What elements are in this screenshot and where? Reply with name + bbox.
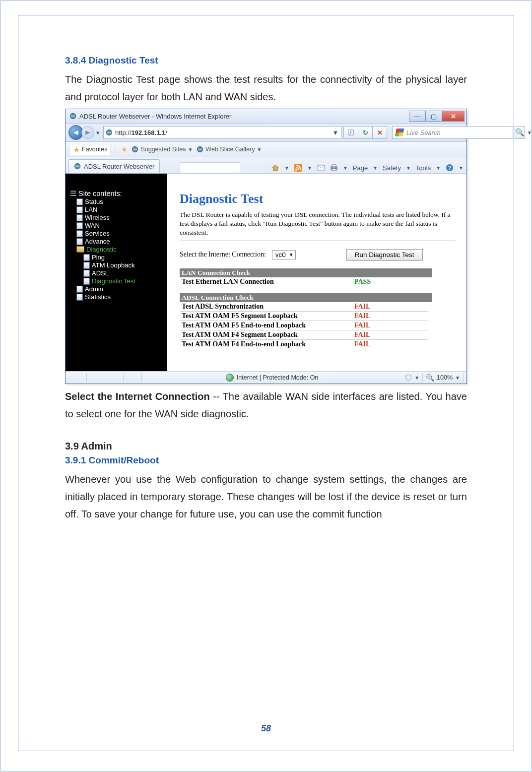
nav-services[interactable]: Services: [76, 230, 164, 237]
separator: [116, 144, 116, 154]
adsl-check-header: ADSL Connection Check: [180, 293, 432, 302]
protected-mode-segment[interactable]: ▼: [402, 373, 423, 382]
menu-safety[interactable]: Safety: [383, 164, 401, 172]
nav-ping[interactable]: Ping: [83, 254, 164, 261]
nav-label: Services: [85, 230, 110, 237]
chevron-down-icon[interactable]: ▼: [307, 165, 312, 171]
result-row: Test Ethernet LAN ConnectionPASS: [180, 277, 428, 286]
svg-point-7: [295, 169, 297, 171]
find-box[interactable]: [180, 162, 240, 173]
home-icon[interactable]: [271, 164, 279, 172]
minimize-button[interactable]: —: [409, 111, 426, 122]
adsl-result-table: Test ADSL SynchronizationFAILTest ATM OA…: [180, 302, 428, 349]
web-slice-label: Web Slice Gallery: [205, 146, 255, 153]
lan-result-table: Test Ethernet LAN ConnectionPASS: [180, 277, 428, 286]
divider: [180, 241, 456, 241]
print-icon[interactable]: [330, 164, 338, 172]
suggested-sites-link[interactable]: Suggested Sites ▼: [132, 146, 193, 153]
feeds-icon[interactable]: [294, 164, 302, 172]
chevron-down-icon[interactable]: ▼: [406, 165, 411, 171]
chevron-down-icon: ▼: [188, 147, 193, 152]
chevron-down-icon[interactable]: ▼: [373, 165, 378, 171]
zoom-value: 100%: [437, 374, 453, 381]
menu-page[interactable]: Page: [353, 164, 368, 172]
shield-icon: [405, 374, 412, 381]
nav-advance[interactable]: Advance: [76, 238, 164, 245]
nav-status[interactable]: Status: [76, 198, 164, 205]
nav-lan[interactable]: LAN: [76, 206, 164, 213]
result-row: Test ATM OAM F4 End-to-end LoopbackFAIL: [180, 339, 428, 349]
nav-adsl[interactable]: ADSL: [83, 269, 164, 277]
ie-window: ADSL Router Webserver - Windows Internet…: [65, 109, 467, 384]
nav-diagnostic-test[interactable]: Diagnostic Test: [83, 277, 164, 285]
chevron-down-icon: ▼: [455, 375, 460, 381]
favorites-button[interactable]: ★ Favorites: [69, 144, 111, 155]
router-page-title: Diagnostic Test: [180, 192, 456, 206]
run-diagnostic-button[interactable]: Run Diagnostic Test: [346, 249, 423, 260]
nav-history-dropdown[interactable]: ▾: [94, 128, 101, 137]
nav-admin[interactable]: Admin: [76, 285, 164, 293]
menu-tools[interactable]: Tools: [416, 164, 431, 172]
zoom-control[interactable]: 🔍 100% ▼: [423, 373, 464, 382]
search-provider-dropdown[interactable]: ▼: [527, 130, 532, 135]
forward-button[interactable]: ►: [81, 126, 94, 139]
help-icon[interactable]: ?: [446, 164, 454, 172]
nav-statistics[interactable]: Statistics: [76, 293, 164, 301]
suggested-sites-label: Suggested Sites: [140, 146, 186, 153]
url-dropdown-icon[interactable]: ▼: [332, 129, 339, 136]
ie-icon: [132, 146, 138, 153]
page-icon: [76, 214, 83, 221]
page-icon: [83, 254, 90, 261]
router-page: ☰ Site contents: Status LAN Wireless WAN…: [66, 174, 466, 371]
web-slice-link[interactable]: Web Slice Gallery ▼: [197, 146, 262, 153]
chevron-down-icon[interactable]: ▼: [284, 165, 289, 171]
status-segment: [68, 373, 87, 382]
tab-active[interactable]: ADSL Router Webserver: [68, 159, 160, 173]
nav-wireless[interactable]: Wireless: [76, 214, 164, 221]
test-result: FAIL: [352, 339, 428, 349]
test-name: Test Ethernet LAN Connection: [180, 277, 352, 286]
search-go-button[interactable]: 🔍: [515, 126, 525, 139]
nav-diagnostic[interactable]: Diagnostic: [76, 246, 164, 253]
nav-atm-loopback[interactable]: ATM Loopback: [83, 261, 164, 269]
nav-label: Status: [85, 198, 103, 205]
page-number: 58: [18, 723, 514, 734]
ie-icon: [197, 146, 203, 153]
nav-wan[interactable]: WAN: [76, 222, 164, 229]
tab-title: ADSL Router Webserver: [84, 163, 154, 170]
ie-icon: [74, 163, 81, 170]
maximize-button[interactable]: ▢: [425, 111, 442, 122]
chevron-down-icon[interactable]: ▼: [343, 165, 348, 171]
nav-label: Wireless: [85, 214, 110, 221]
test-result: FAIL: [352, 311, 428, 321]
compat-view-button[interactable]: [343, 126, 358, 139]
connection-select[interactable]: vc0 ▼: [272, 250, 296, 259]
stop-button[interactable]: ✕: [373, 126, 387, 139]
favorites-label: Favorites: [82, 146, 107, 153]
page-icon: [76, 294, 83, 301]
test-name: Test ATM OAM F4 Segment Loopback: [180, 330, 352, 339]
page-favicon-icon: [106, 129, 113, 136]
chevron-down-icon[interactable]: ▼: [436, 165, 441, 171]
url-field[interactable]: http://192.168.1.1/ ▼: [103, 126, 341, 139]
result-row: Test ATM OAM F5 End-to-end LoopbackFAIL: [180, 321, 428, 330]
svg-rect-6: [294, 164, 302, 172]
chevron-down-icon[interactable]: ▼: [459, 165, 464, 171]
nav-label: Diagnostic Test: [92, 277, 135, 285]
favorites-bar: ★ Favorites ★ Suggested Sites ▼ Web S: [66, 142, 466, 157]
result-row: Test ATM OAM F4 Segment LoopbackFAIL: [180, 330, 428, 339]
tree-icon: ☰: [69, 190, 76, 197]
nav-label: Advance: [85, 238, 110, 245]
nav-label: Admin: [85, 285, 103, 293]
add-favorite-icon[interactable]: ★: [121, 145, 128, 153]
close-button[interactable]: ✕: [442, 111, 465, 122]
chevron-down-icon: ▼: [414, 375, 419, 381]
nav-label: ATM Loopback: [92, 261, 134, 269]
search-field[interactable]: Live Search: [392, 126, 513, 139]
refresh-button[interactable]: ↻: [358, 126, 373, 139]
star-icon: ★: [73, 145, 80, 154]
read-mail-icon[interactable]: [317, 164, 325, 172]
tree-root[interactable]: ☰ Site contents:: [69, 190, 164, 197]
tab-bar: ADSL Router Webserver ▼ ▼: [66, 157, 466, 174]
select-connection-label: Select the Internet Connection:: [180, 251, 266, 258]
